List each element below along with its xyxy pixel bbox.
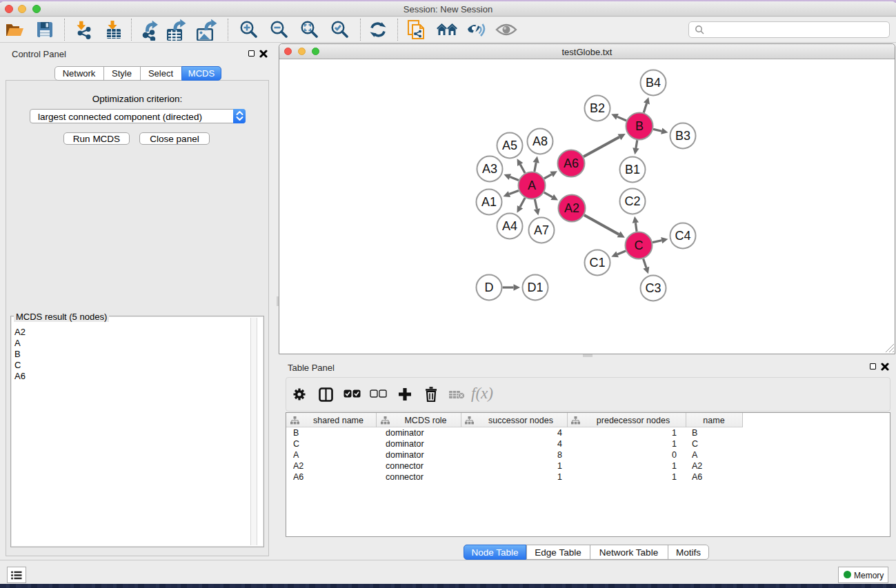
svg-text:A6: A6 [564, 156, 579, 170]
svg-text:A: A [528, 179, 536, 192]
svg-text:B: B [635, 119, 644, 133]
svg-text:C: C [635, 239, 644, 252]
svg-text:B4: B4 [646, 76, 661, 90]
svg-text:B1: B1 [625, 163, 640, 176]
svg-text:A7: A7 [534, 223, 549, 237]
svg-text:C2: C2 [624, 194, 640, 208]
svg-text:A3: A3 [482, 162, 497, 176]
svg-text:C1: C1 [589, 256, 605, 270]
svg-text:A5: A5 [502, 139, 517, 152]
svg-text:B2: B2 [590, 101, 605, 115]
svg-text:B3: B3 [675, 129, 690, 143]
svg-text:C4: C4 [675, 229, 690, 243]
svg-text:A2: A2 [564, 201, 579, 215]
svg-text:C3: C3 [645, 281, 661, 295]
svg-text:D: D [485, 281, 494, 294]
svg-text:A4: A4 [502, 219, 517, 233]
svg-text:A8: A8 [532, 134, 548, 148]
svg-text:A1: A1 [481, 195, 497, 209]
svg-text:D1: D1 [527, 281, 543, 294]
